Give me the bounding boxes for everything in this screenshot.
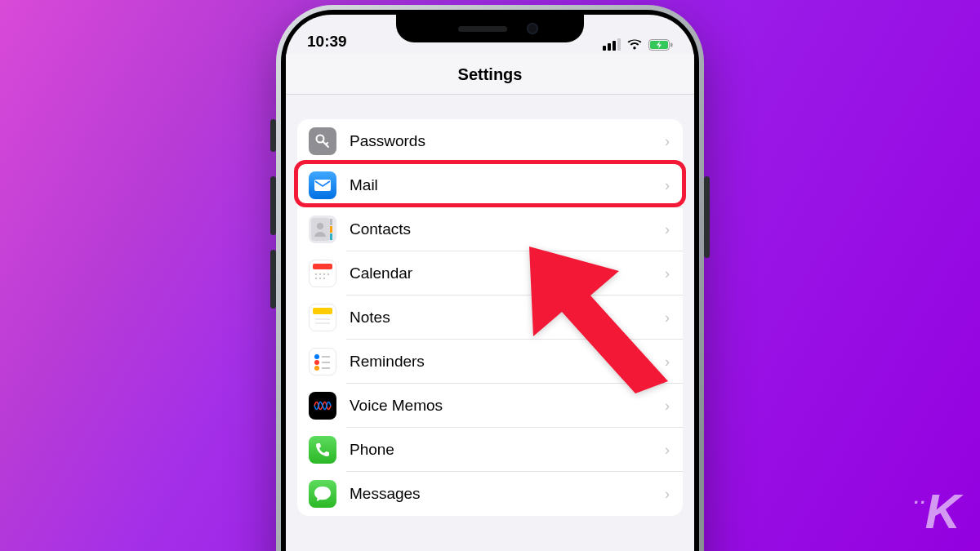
svg-point-11 [315,273,317,275]
watermark-logo: ∙∙K [913,483,959,540]
settings-row-messages[interactable]: Messages › [297,472,683,516]
cellular-signal-icon [603,38,621,51]
nav-header: Settings [286,54,694,95]
chevron-right-icon: › [665,133,670,150]
phone-mute-switch [270,119,276,152]
svg-rect-5 [311,218,330,241]
settings-row-mail[interactable]: Mail › [297,163,683,207]
svg-rect-7 [330,219,332,225]
settings-row-phone[interactable]: Phone › [297,428,683,472]
svg-point-21 [314,354,319,359]
chevron-right-icon: › [665,177,670,194]
phone-icon [309,436,336,464]
reminders-icon [309,348,336,375]
svg-point-23 [314,366,319,371]
row-label: Phone [350,441,665,459]
notes-icon [309,304,336,331]
phone-volume-up [270,176,276,235]
phone-volume-down [270,250,276,309]
chevron-right-icon: › [665,442,670,459]
calendar-icon [309,260,336,287]
svg-rect-4 [314,180,331,191]
svg-rect-10 [313,264,332,269]
mail-icon [309,171,336,199]
chevron-right-icon: › [665,398,670,415]
wifi-icon [626,38,643,51]
svg-rect-8 [330,226,332,233]
row-label: Voice Memos [350,397,665,415]
key-icon [309,127,336,155]
svg-point-15 [315,278,317,279]
svg-point-22 [314,360,319,365]
battery-charging-icon [648,39,673,51]
row-label: Contacts [350,220,665,238]
status-time: 10:39 [307,33,347,51]
svg-point-14 [327,273,329,275]
row-label: Mail [350,176,665,194]
svg-rect-2 [670,42,673,47]
contacts-icon [309,216,336,243]
phone-power-button [704,176,710,258]
svg-rect-9 [330,233,332,240]
messages-icon [309,480,336,508]
svg-point-12 [319,273,321,275]
page-title: Settings [286,65,694,84]
svg-point-17 [323,278,325,279]
row-label: Messages [350,485,665,503]
settings-row-passwords[interactable]: Passwords › [297,119,683,163]
svg-rect-18 [313,308,332,314]
annotation-pointer-arrow [513,238,684,393]
voicememos-icon [309,392,336,420]
phone-notch [396,15,584,42]
svg-point-16 [319,278,321,279]
svg-point-13 [323,273,325,275]
chevron-right-icon: › [665,221,670,238]
row-label: Passwords [350,132,665,150]
svg-point-6 [317,223,323,229]
chevron-right-icon: › [665,486,670,503]
